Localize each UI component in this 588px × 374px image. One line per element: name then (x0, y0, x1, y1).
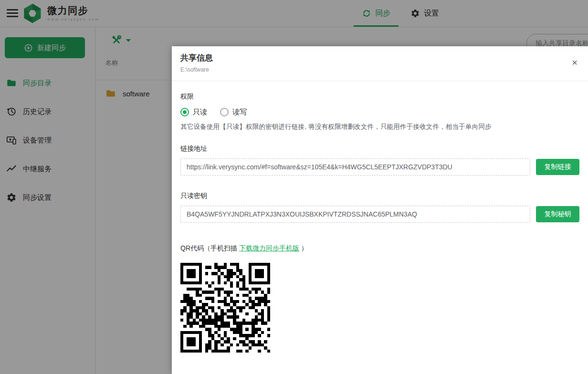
share-info-modal: 共享信息 E:\software × 权限 只读 读写 其它设备使用【只读】权限… (172, 46, 588, 374)
permission-description: 其它设备使用【只读】权限的密钥进行链接, 将没有权限增删改文件，只能用作于接收文… (180, 123, 579, 131)
key-row: 复制秘钥 (180, 206, 579, 223)
radio-readwrite[interactable]: 读写 (220, 108, 247, 117)
radio-readonly[interactable]: 只读 (180, 108, 207, 117)
readonly-key-input[interactable] (180, 206, 530, 223)
qr-label-prefix: QR代码（手机扫描 (180, 244, 239, 252)
copy-link-button[interactable]: 复制链接 (536, 159, 579, 175)
modal-header: 共享信息 E:\software × (172, 46, 588, 81)
link-label: 链接地址 (180, 145, 579, 153)
radio-circle-icon (180, 108, 189, 116)
close-icon[interactable]: × (572, 58, 578, 67)
link-url-input[interactable] (180, 158, 530, 176)
app-window: 微力同步 www.verysync.com 同步 (0, 0, 588, 374)
qr-label: QR代码（手机扫描 下载微力同步手机版 ） (180, 244, 579, 253)
radio-readwrite-label: 读写 (232, 108, 247, 117)
permission-label: 权限 (180, 93, 579, 101)
modal-title: 共享信息 (180, 52, 578, 63)
key-label: 只读密钥 (180, 192, 579, 200)
copy-key-button[interactable]: 复制秘钥 (536, 206, 579, 222)
link-row: 复制链接 (180, 158, 579, 176)
radio-circle-icon (220, 108, 229, 116)
modal-body: 权限 只读 读写 其它设备使用【只读】权限的密钥进行链接, 将没有权限增删改文件… (172, 81, 588, 353)
share-path: E:\software (180, 66, 578, 73)
qr-code (180, 263, 270, 353)
radio-readonly-label: 只读 (193, 108, 207, 117)
permission-radio-group: 只读 读写 (180, 107, 579, 117)
download-mobile-link[interactable]: 下载微力同步手机版 (239, 244, 299, 252)
qr-label-suffix: ） (299, 244, 308, 252)
